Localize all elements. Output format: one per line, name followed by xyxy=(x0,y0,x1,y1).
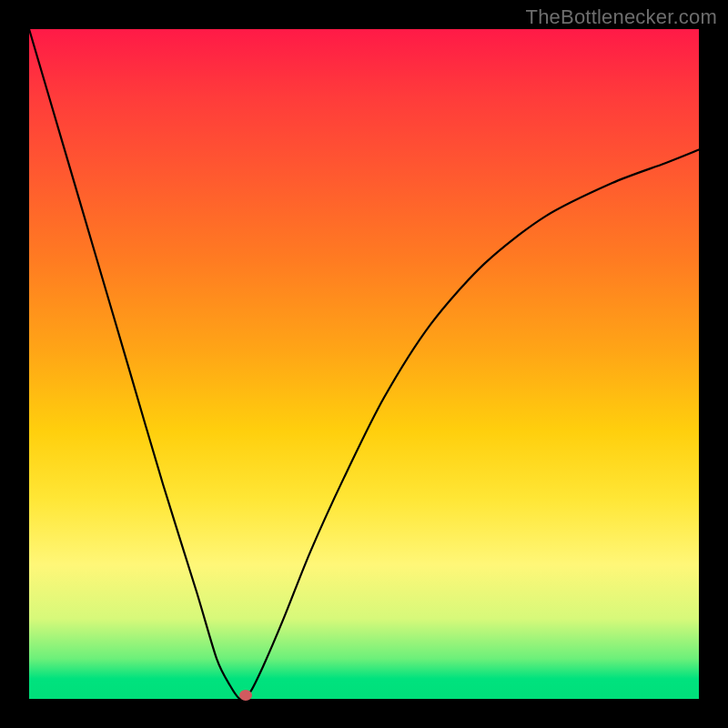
chart-frame: TheBottlenecker.com xyxy=(0,0,728,728)
optimal-point-marker xyxy=(239,690,252,701)
chart-plot-area xyxy=(29,29,699,699)
bottleneck-curve xyxy=(29,29,699,699)
watermark-text: TheBottlenecker.com xyxy=(526,5,717,29)
